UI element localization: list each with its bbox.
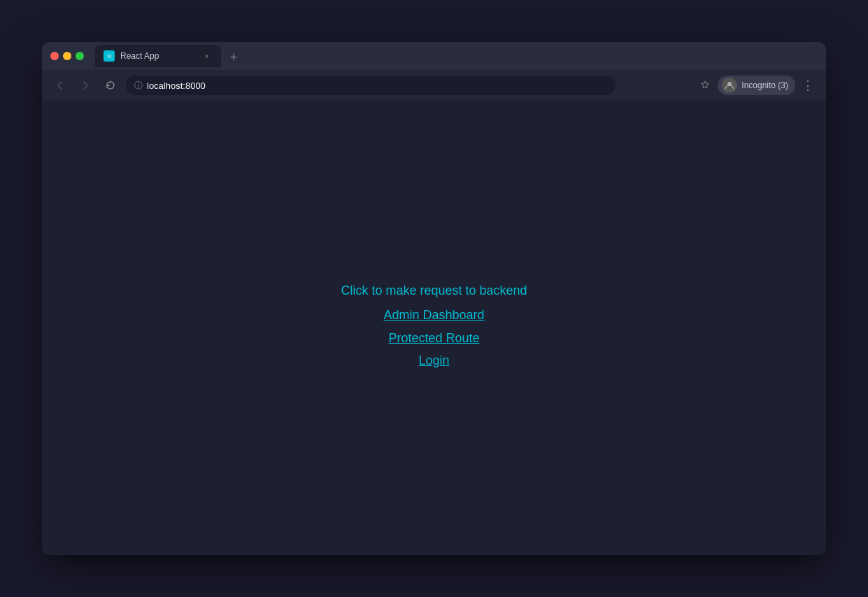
address-input[interactable]: ⓘ localhost:8000: [126, 76, 616, 95]
tab-favicon-icon: ⚛: [104, 50, 115, 62]
browser-menu-button[interactable]: ⋮: [798, 76, 818, 95]
maximize-button[interactable]: [76, 52, 84, 60]
close-button[interactable]: [50, 52, 59, 60]
url-display: localhost:8000: [147, 80, 607, 91]
forward-arrow-icon: [80, 80, 90, 90]
tab-title: React App: [120, 51, 196, 61]
info-icon: ⓘ: [134, 80, 143, 92]
admin-dashboard-link[interactable]: Admin Dashboard: [383, 304, 484, 326]
toolbar-right: Incognito (3) ⋮: [695, 76, 818, 95]
bookmark-button[interactable]: [695, 76, 715, 95]
protected-route-link[interactable]: Protected Route: [388, 327, 479, 349]
title-bar: ⚛ React App × +: [42, 42, 826, 70]
incognito-badge[interactable]: Incognito (3): [718, 76, 795, 95]
login-link[interactable]: Login: [418, 349, 449, 372]
browser-window: ⚛ React App × +: [42, 42, 826, 555]
address-bar: ⓘ localhost:8000 Incognito (3): [42, 70, 826, 101]
tabs-area: ⚛ React App × +: [95, 45, 818, 67]
traffic-lights: [50, 52, 84, 60]
page-heading: Click to make request to backend: [341, 283, 527, 298]
reload-icon: [106, 80, 115, 90]
back-button[interactable]: [50, 76, 70, 95]
back-arrow-icon: [55, 80, 65, 90]
incognito-label: Incognito (3): [741, 80, 788, 90]
bookmark-star-icon: [699, 80, 711, 91]
page-content: Click to make request to backend Admin D…: [42, 101, 826, 555]
new-tab-button[interactable]: +: [224, 48, 243, 67]
active-tab[interactable]: ⚛ React App ×: [95, 45, 221, 67]
reload-button[interactable]: [101, 76, 120, 95]
tab-close-button[interactable]: ×: [201, 50, 213, 62]
incognito-avatar-icon: [722, 78, 737, 93]
page-inner: Click to make request to backend Admin D…: [341, 283, 527, 372]
minimize-button[interactable]: [63, 52, 71, 60]
forward-button[interactable]: [76, 76, 95, 95]
